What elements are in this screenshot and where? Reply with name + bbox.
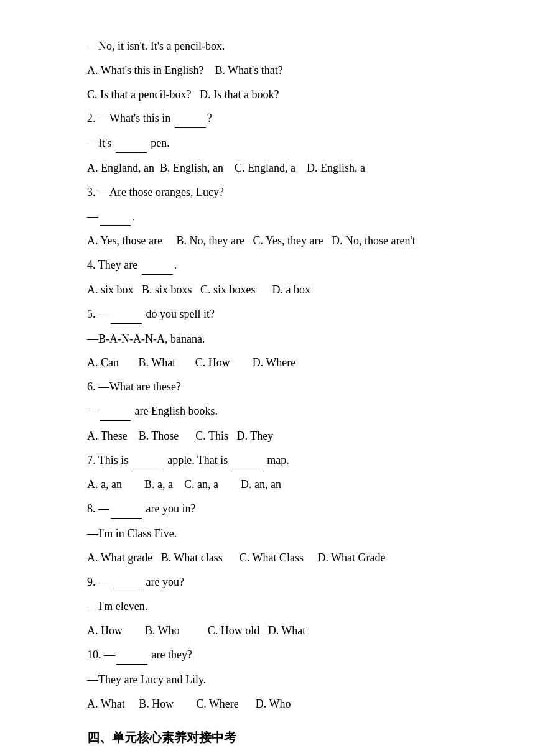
blank-12	[111, 305, 142, 324]
line-23: 9. — are you?	[87, 573, 485, 592]
blank-10	[142, 256, 173, 275]
line-14: A. Can B. What C. How D. Where	[87, 354, 485, 372]
line-6: A. England, an B. English, an C. England…	[87, 159, 485, 177]
blank-26	[116, 646, 147, 665]
line-3: C. Is that a pencil-box? D. Is that a bo…	[87, 86, 485, 104]
blank-16	[100, 402, 131, 421]
line-13: —B-A-N-A-N-A, banana.	[87, 330, 485, 348]
line-12: 5. — do you spell it?	[87, 305, 485, 324]
line-22: A. What grade B. What class C. What Clas…	[87, 549, 485, 567]
line-2: A. What's this in English? B. What's tha…	[87, 62, 485, 80]
line-5: —It's pen.	[87, 134, 485, 153]
section-title: 四、单元核心素养对接中考	[87, 727, 485, 747]
line-10: 4. They are .	[87, 256, 485, 275]
line-20: 8. — are you in?	[87, 500, 485, 519]
line-8: — .	[87, 208, 485, 226]
line-26: 10. — are they?	[87, 646, 485, 665]
line-24: —I'm eleven.	[87, 597, 485, 615]
line-11: A. six box B. six boxs C. six boxes D. a…	[87, 281, 485, 299]
content-area: —No, it isn't. It's a pencil-box. A. Wha…	[87, 37, 485, 747]
line-17: A. These B. Those C. This D. They	[87, 427, 485, 445]
blank-4	[175, 109, 206, 128]
line-25: A. How B. Who C. How old D. What	[87, 622, 485, 640]
line-16: — are English books.	[87, 402, 485, 421]
line-28: A. What B. How C. Where D. Who	[87, 695, 485, 713]
line-4: 2. —What's this in ?	[87, 109, 485, 128]
blank-18a	[133, 451, 164, 470]
blank-8	[100, 208, 131, 226]
line-21: —I'm in Class Five.	[87, 525, 485, 543]
line-18: 7. This is apple. That is map.	[87, 451, 485, 470]
blank-23	[111, 573, 142, 592]
line-19: A. a, an B. a, a C. an, a D. an, an	[87, 476, 485, 494]
blank-18b	[232, 451, 263, 470]
line-1: —No, it isn't. It's a pencil-box.	[87, 37, 485, 55]
blank-5	[116, 134, 147, 153]
line-15: 6. —What are these?	[87, 378, 485, 396]
line-7: 3. —Are those oranges, Lucy?	[87, 183, 485, 201]
line-9: A. Yes, those are B. No, they are C. Yes…	[87, 232, 485, 250]
blank-20	[111, 500, 142, 519]
line-27: —They are Lucy and Lily.	[87, 671, 485, 689]
